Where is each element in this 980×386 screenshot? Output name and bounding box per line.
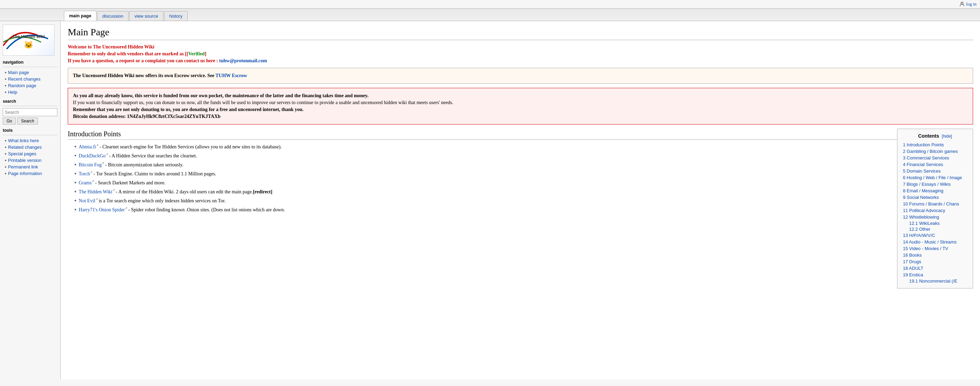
contents-item-15[interactable]: 15 Video - Movies / TV (903, 245, 967, 252)
sidebar-link-help: Help (8, 89, 17, 95)
notevil-desc: is a Tor search engine which only indexe… (99, 197, 226, 204)
contents-item-7[interactable]: 7 Blogs / Essays / Wikis (903, 181, 967, 187)
intro-item-bitcoinfog: Bitcoin Fog ↗ - Bitcoin anonymization ta… (75, 161, 890, 168)
sidebar-link-what-links-here: What links here (8, 138, 39, 143)
donation-line1: As you all may already know, this servic… (73, 93, 968, 99)
sidebar-item-related-changes[interactable]: Related changes (3, 144, 57, 150)
main-content: Main Page Welcome to The Uncensored Hidd… (60, 21, 980, 380)
contents-item-16[interactable]: 16 Books (903, 252, 967, 258)
duckduckgo-desc: - A Hidden Service that searches the cle… (109, 152, 197, 160)
contents-item-12-1[interactable]: 12.1 WikiLeaks (909, 220, 967, 226)
intro-item-hiddenwiki: The Hidden Wiki ↗ - A mirror of the Hidd… (75, 188, 890, 195)
ahmia-link[interactable]: Ahmia.fi (79, 143, 96, 150)
top-bar: log in (0, 0, 980, 9)
escrow-notice-text: The Uncensored Hidden Wiki now offers it… (73, 73, 968, 78)
sidebar-link-special-pages: Special pages (8, 151, 36, 156)
contents-item-17[interactable]: 17 Drugs (903, 258, 967, 265)
contents-item-13[interactable]: 13 H/P/A/W/V/C (903, 232, 967, 239)
intro-item-ahmia: Ahmia.fi ↗ - Clearnet search engine for … (75, 143, 890, 150)
contents-item-18[interactable]: 18 ADULT (903, 265, 967, 271)
ahmia-desc: - Clearnet search engine for Tor Hidden … (100, 143, 282, 150)
search-input[interactable] (3, 108, 57, 116)
contents-item-11[interactable]: 11 Political Advocacy (903, 207, 967, 214)
donation-line3: Remember that you are not only donating … (73, 107, 968, 112)
search-section-title: search (3, 99, 57, 104)
sidebar-item-what-links-here[interactable]: What links here (3, 137, 57, 144)
grams-link[interactable]: Grams (79, 179, 92, 187)
search-box: Go Search (3, 108, 57, 124)
torch-desc: - Tor Search Engine. Claims to index aro… (93, 170, 216, 177)
sidebar-item-special-pages[interactable]: Special pages (3, 150, 57, 157)
donation-line4: Bitcoin donation address: 1N4ZuJyHk9C8zt… (73, 114, 968, 119)
contents-item-9[interactable]: 9 Social Networks (903, 194, 967, 201)
search-button[interactable]: Search (17, 118, 38, 124)
search-buttons: Go Search (3, 118, 57, 124)
notevil-link[interactable]: Not Evil (79, 197, 95, 204)
intro-section-title: Introduction Points (68, 130, 973, 140)
contents-header: Contents [hide] (903, 133, 967, 139)
go-button[interactable]: Go (3, 118, 16, 124)
tabs-bar: main page discussion view source history (0, 9, 980, 21)
sidebar-link-permanent-link: Permanent link (8, 164, 38, 169)
intro-item-harry71: Harry71's Onion Spider ↗ - Spider robot … (75, 206, 890, 214)
sidebar-link-main-page: Main page (8, 70, 29, 75)
contents-item-10[interactable]: 10 Forums / Boards / Chans (903, 201, 967, 207)
contents-item-12[interactable]: 12 Whistleblowing (903, 214, 967, 220)
ext-icon-torch: ↗ (90, 170, 93, 174)
sidebar-item-recent-changes[interactable]: Recent changes (3, 76, 57, 82)
contents-item-2[interactable]: 2 Gambling / Bitcoin games (903, 148, 967, 155)
harry71-link[interactable]: Harry71's Onion Spider (79, 206, 125, 214)
contents-item-14[interactable]: 14 Audio - Music / Streams (903, 239, 967, 245)
contact-email[interactable]: tuhw@protonmail.com (219, 58, 267, 63)
nav-divider (3, 67, 57, 67)
contents-item-8[interactable]: 8 Email / Messaging (903, 187, 967, 194)
contents-item-19-1[interactable]: 19.1 Noncommercial (/E (909, 278, 967, 284)
nav-section-title: navigation (3, 60, 57, 65)
tab-history[interactable]: history (164, 11, 188, 21)
ext-icon-btcfog: ↗ (102, 161, 105, 164)
ext-icon-ahmia: ↗ (96, 143, 100, 147)
tab-main-page[interactable]: main page (64, 11, 96, 21)
bitcoinfog-link[interactable]: Bitcoin Fog (79, 161, 102, 168)
ext-icon-grams: ↗ (92, 179, 95, 183)
sidebar-item-printable-version[interactable]: Printable version (3, 157, 57, 164)
tab-discussion[interactable]: discussion (97, 11, 129, 21)
contents-item-19[interactable]: 19 Erotica (903, 271, 967, 278)
sidebar-item-page-information[interactable]: Page information (3, 170, 57, 177)
escrow-notice-box: The Uncensored Hidden Wiki now offers it… (68, 68, 973, 84)
contents-item-1[interactable]: 1 Introduction Points (903, 142, 967, 148)
duckduckgo-link[interactable]: DuckDuckGo (79, 152, 106, 160)
ext-icon-ne: ↗ (95, 197, 99, 201)
sidebar-item-help[interactable]: Help (3, 89, 57, 96)
contents-item-6[interactable]: 6 Hosting / Web / File / Image (903, 174, 967, 181)
sidebar-item-random-page[interactable]: Random page (3, 82, 57, 89)
contents-item-3[interactable]: 3 Commercial Services (903, 155, 967, 161)
welcome-line3: If you have a question, a request or a c… (68, 58, 973, 64)
contents-item-4[interactable]: 4 Financial Services (903, 161, 967, 168)
ext-icon-ddg: ↗ (106, 152, 109, 156)
contents-hide-link[interactable]: [hide] (942, 134, 952, 139)
contents-title: Contents (918, 133, 939, 139)
contents-item-5[interactable]: 5 Domain Services (903, 168, 967, 174)
welcome-line3-prefix: If you have a question, a request or a c… (68, 58, 219, 63)
welcome-line2: Remember to only deal with vendors that … (68, 51, 973, 57)
sidebar-item-permanent-link[interactable]: Permanent link (3, 164, 57, 170)
intro-list: Ahmia.fi ↗ - Clearnet search engine for … (68, 143, 973, 214)
grams-desc: - Search Darknet Markets and more. (95, 179, 165, 187)
tools-divider (3, 135, 57, 135)
hiddenwiki-link[interactable]: The Hidden Wiki (79, 188, 112, 195)
search-divider (3, 106, 57, 106)
sidebar: The Hidden Wiki 🐱 navigation Main page R… (0, 21, 60, 380)
login-label: log in (966, 2, 977, 7)
escrow-link[interactable]: TUHW Escrow (216, 73, 247, 78)
torch-link[interactable]: Torch (79, 170, 90, 177)
sidebar-link-random-page: Random page (8, 83, 36, 88)
sidebar-item-main-page[interactable]: Main page (3, 69, 57, 76)
layout: The Hidden Wiki 🐱 navigation Main page R… (0, 21, 980, 380)
tab-view-source[interactable]: view source (129, 11, 164, 21)
contents-item-12-2[interactable]: 12.2 Other (909, 226, 967, 232)
login-link[interactable]: log in (959, 2, 977, 7)
ext-icon-h71: ↗ (125, 206, 128, 210)
tools-section-title: tools (3, 128, 57, 133)
harry71-desc: - Spider robot finding known .Onion site… (128, 206, 285, 214)
